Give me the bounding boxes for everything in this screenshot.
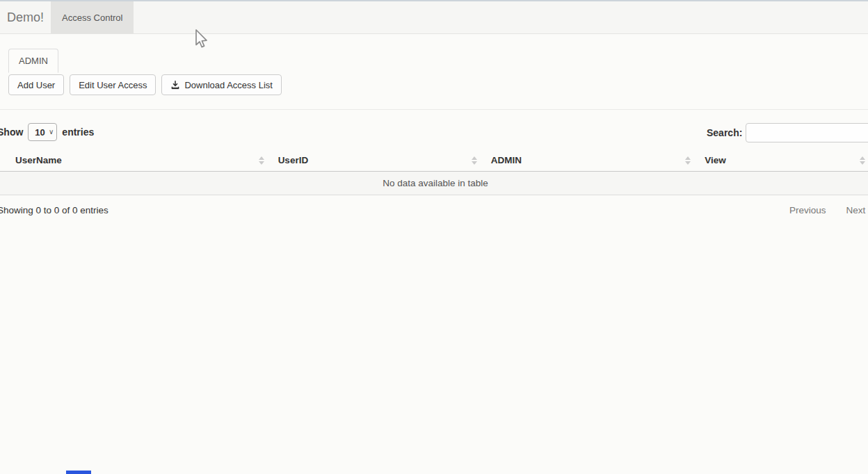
add-user-button[interactable]: Add User: [8, 74, 64, 95]
table-header-row: UserName UserID ADMIN View: [0, 149, 868, 172]
sort-icon: [685, 156, 691, 165]
access-table: UserName UserID ADMIN View No data avail…: [0, 149, 868, 195]
previous-button[interactable]: Previous: [789, 205, 826, 215]
search-input[interactable]: [746, 123, 868, 142]
entries-select[interactable]: 10: [28, 123, 57, 141]
column-header-admin[interactable]: ADMIN: [485, 149, 699, 172]
column-label: UserName: [15, 155, 62, 165]
download-icon: [170, 80, 180, 90]
search-label: Search:: [707, 123, 742, 142]
column-header-userid[interactable]: UserID: [273, 149, 485, 172]
toolbar: Add User Edit User Access Download Acces…: [8, 74, 282, 95]
loading-indicator-bar: [66, 471, 91, 474]
download-access-list-button[interactable]: Download Access List: [161, 74, 281, 95]
column-header-view[interactable]: View: [699, 149, 868, 172]
empty-message: No data available in table: [0, 172, 868, 195]
column-label: ADMIN: [491, 155, 522, 165]
download-access-list-label: Download Access List: [184, 80, 272, 90]
search-control: Search:: [707, 123, 868, 142]
tab-admin[interactable]: ADMIN: [8, 49, 58, 73]
column-label: UserID: [278, 155, 309, 165]
nav-item-access-control[interactable]: Access Control: [51, 1, 134, 33]
brand-title: Demo!: [0, 1, 51, 33]
table-info: Showing 0 to 0 of 0 entries: [0, 205, 108, 215]
pagination: Previous Next: [789, 205, 865, 215]
column-header-username[interactable]: UserName: [0, 149, 273, 172]
page-length-control: Show 10 ∨ entries: [0, 123, 94, 141]
sort-icon: [860, 156, 865, 165]
navbar: Demo! Access Control: [0, 0, 868, 34]
show-label: Show: [0, 126, 23, 138]
entries-label: entries: [62, 126, 94, 138]
edit-user-access-button[interactable]: Edit User Access: [70, 74, 156, 95]
column-label: View: [705, 155, 726, 165]
sort-icon: [259, 156, 264, 165]
divider: [0, 109, 868, 110]
sort-icon: [472, 156, 477, 165]
next-button[interactable]: Next: [846, 205, 866, 215]
empty-row: No data available in table: [0, 172, 868, 195]
